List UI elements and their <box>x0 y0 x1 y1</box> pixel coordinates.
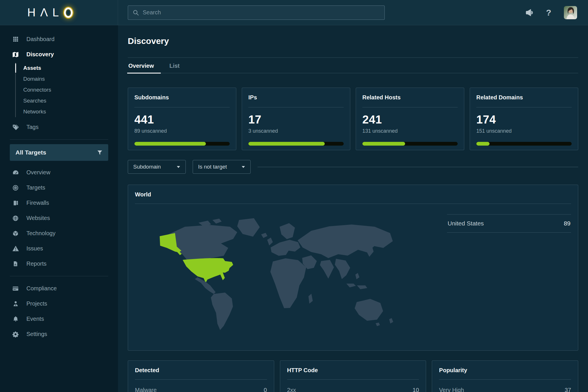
filter-field-value: Subdomain <box>133 164 161 170</box>
stat-subtext: 3 unscanned <box>248 128 344 134</box>
country-label: United States <box>448 220 484 227</box>
sidebar-item-dashboard[interactable]: Dashboard <box>0 32 118 47</box>
progress-fill <box>476 142 490 146</box>
page-title: Discovery <box>128 36 578 46</box>
grid-icon <box>12 36 19 42</box>
world-card-title: World <box>135 191 571 198</box>
filter-icon[interactable] <box>97 150 102 155</box>
sidebar-item-events[interactable]: Events <box>0 311 118 327</box>
sidebar-item-compliance[interactable]: Compliance <box>0 281 118 296</box>
discovery-subnav: Assets Domains Connectors Searches Netwo… <box>15 63 118 117</box>
breakdown-row-item: Very High 37 <box>439 387 571 392</box>
filter-field-dropdown[interactable]: Subdomain <box>128 160 186 174</box>
stat-value: 441 <box>134 113 230 126</box>
search-box[interactable] <box>128 5 385 20</box>
sidebar-item-label: Projects <box>26 300 47 307</box>
card-divider <box>476 107 572 107</box>
gauge-icon <box>12 169 19 176</box>
sidebar-item-connectors[interactable]: Connectors <box>16 84 118 95</box>
country-value: 89 <box>564 220 570 227</box>
topbar-main: ? <box>118 0 588 25</box>
sidebar-item-reports[interactable]: Reports <box>0 256 118 271</box>
filter-divider <box>258 167 578 167</box>
sidebar-item-label: Settings <box>26 331 47 337</box>
stat-subtext: 151 unscanned <box>476 128 572 134</box>
breakdown-row: Detected Malware 0 HTTP Code 2xx 10 Popu… <box>128 360 578 392</box>
sidebar-item-label: Reports <box>26 260 47 267</box>
sidebar-item-assets[interactable]: Assets <box>16 63 118 74</box>
help-icon[interactable]: ? <box>546 8 551 17</box>
breakdown-row-item: Malware 0 <box>135 387 267 392</box>
tab-list[interactable]: List <box>169 58 180 73</box>
stat-value: 174 <box>476 113 572 126</box>
card-divider <box>134 107 230 107</box>
breakdown-title: HTTP Code <box>287 367 419 374</box>
stat-card-subdomains: Subdomains 441 89 unscanned <box>128 88 236 150</box>
bell-icon <box>12 316 19 322</box>
sidebar-item-label: Issues <box>26 245 43 252</box>
caret-down-icon <box>241 166 245 168</box>
door-icon <box>12 200 19 206</box>
sidebar-item-firewalls[interactable]: Firewalls <box>0 195 118 211</box>
logo[interactable]: HΛL <box>0 0 118 25</box>
avatar[interactable] <box>564 6 577 19</box>
card-divider <box>135 379 267 380</box>
stat-subtext: 89 unscanned <box>134 128 230 134</box>
sidebar-divider <box>10 139 108 140</box>
sidebar-item-targets[interactable]: Targets <box>0 180 118 195</box>
sidebar-item-label: Websites <box>26 215 50 221</box>
sidebar-item-projects[interactable]: Projects <box>0 296 118 311</box>
filter-row: Subdomain Is not target <box>128 160 578 174</box>
logo-text: HΛL <box>27 6 63 19</box>
halo-ring-icon <box>64 7 73 18</box>
progress-fill <box>362 142 405 146</box>
sidebar-item-networks[interactable]: Networks <box>16 106 118 117</box>
sidebar-item-label: Dashboard <box>26 36 55 43</box>
sidebar-item-label: Targets <box>26 184 45 191</box>
target-filter-label: All Targets <box>16 149 46 156</box>
http-code-card: HTTP Code 2xx 10 <box>280 360 426 392</box>
stat-card-ips: IPs 17 3 unscanned <box>242 88 350 150</box>
sidebar-item-searches[interactable]: Searches <box>16 95 118 106</box>
sidebar: Dashboard Discovery Assets Domains Conne… <box>0 25 118 392</box>
sidebar-item-settings[interactable]: Settings <box>0 327 118 342</box>
sidebar-item-technology[interactable]: Technology <box>0 226 118 241</box>
sidebar-item-domains[interactable]: Domains <box>16 74 118 84</box>
progress-bar <box>476 142 572 146</box>
stat-value: 241 <box>362 113 458 126</box>
sidebar-item-label: Technology <box>26 230 55 237</box>
sidebar-item-websites[interactable]: Websites <box>0 211 118 226</box>
main-content: Discovery Overview List Subdomains 441 8… <box>118 25 588 392</box>
sidebar-item-tags[interactable]: Tags <box>0 119 118 135</box>
target-filter[interactable]: All Targets <box>10 144 108 161</box>
card-divider <box>362 107 458 107</box>
caret-down-icon <box>177 166 180 168</box>
search-input[interactable] <box>143 9 380 16</box>
detected-card: Detected Malware 0 <box>128 360 274 392</box>
warning-icon <box>12 245 19 252</box>
sidebar-divider <box>10 276 108 276</box>
bullseye-icon <box>12 185 19 191</box>
topbar-icons: ? <box>525 6 577 19</box>
map-icon <box>12 51 19 58</box>
world-map <box>151 214 404 335</box>
sidebar-item-discovery[interactable]: Discovery <box>0 47 118 62</box>
progress-bar <box>134 142 230 146</box>
stat-card-related-domains: Related Domains 174 151 unscanned <box>470 88 578 150</box>
world-card: World <box>128 185 578 351</box>
announcements-icon[interactable] <box>525 9 533 17</box>
filter-operator-dropdown[interactable]: Is not target <box>193 160 251 174</box>
tab-bar: Overview List <box>128 58 578 73</box>
sidebar-item-issues[interactable]: Issues <box>0 241 118 256</box>
country-list: United States 89 <box>447 214 571 335</box>
sidebar-item-overview[interactable]: Overview <box>0 165 118 180</box>
tab-overview[interactable]: Overview <box>128 58 154 73</box>
world-card-body: United States 89 <box>135 204 571 335</box>
card-divider <box>439 379 571 380</box>
cube-icon <box>12 230 19 237</box>
breakdown-label: Very High <box>439 387 464 392</box>
gear-icon <box>12 331 19 337</box>
person-icon <box>12 301 19 307</box>
breakdown-value: 37 <box>565 387 571 392</box>
country-row: United States 89 <box>447 214 571 233</box>
